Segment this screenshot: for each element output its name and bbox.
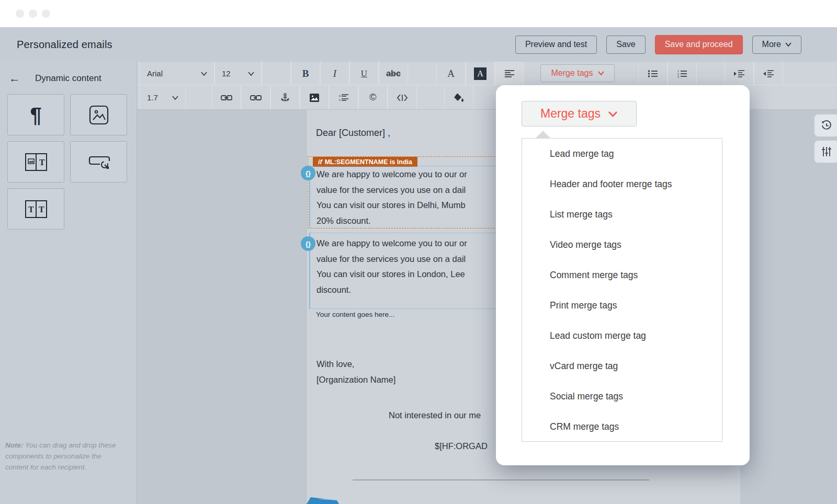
sliders-icon: [821, 146, 832, 157]
paragraph-icon: ¶: [30, 105, 41, 125]
outdent-icon: [763, 70, 774, 78]
image-text-component-card[interactable]: T: [7, 141, 64, 182]
dropdown-pointer: [535, 131, 551, 139]
insert-link-button[interactable]: [212, 86, 241, 109]
definition-list-icon: ab: [339, 94, 348, 102]
dynamic-content-sidebar: ← Dynamic content ¶ T T: [0, 62, 137, 504]
button-component-card[interactable]: [70, 141, 127, 182]
merge-variable-badge[interactable]: {}: [301, 166, 315, 180]
merge-tags-spotlight-popup: Merge tags Lead merge tag Header and foo…: [496, 85, 750, 465]
settings-sliders-button[interactable]: [814, 140, 837, 163]
condition-if-label: if: [318, 158, 322, 166]
copyright-symbol-button[interactable]: ©: [358, 86, 388, 109]
svg-text:a: a: [339, 94, 341, 97]
bullet-list-icon: [648, 70, 658, 78]
menu-item-social-merge-tags[interactable]: Social merge tags: [522, 382, 722, 412]
menu-item-lead-merge-tag[interactable]: Lead merge tag: [522, 139, 722, 169]
outdent-button[interactable]: [754, 62, 783, 85]
save-button[interactable]: Save: [606, 36, 645, 54]
page-title: Personalized emails: [17, 27, 112, 62]
toolbar-spacer: [262, 62, 291, 85]
line-height-select[interactable]: 1.7: [140, 86, 186, 109]
italic-button[interactable]: I: [320, 62, 349, 85]
menu-item-comment-merge-tags[interactable]: Comment merge tags: [522, 260, 722, 290]
email-greeting[interactable]: Dear [Customer] ,: [316, 125, 390, 141]
text-text-icon: T T: [25, 200, 47, 218]
image-icon: [88, 105, 109, 125]
svg-text:T: T: [39, 158, 45, 167]
chevron-down-icon: [608, 111, 618, 117]
link-icon: [221, 94, 232, 101]
insert-image-button[interactable]: [300, 86, 329, 109]
align-left-button[interactable]: [495, 62, 524, 85]
svg-text:3: 3: [677, 75, 679, 78]
chevron-down-icon: [248, 72, 254, 76]
font-size-select[interactable]: 12: [214, 62, 262, 85]
merge-tags-dropdown: Lead merge tag Header and footer merge t…: [522, 138, 722, 442]
footer-graphic: [307, 496, 343, 504]
menu-item-lead-custom-merge-tag[interactable]: Lead custom merge tag: [522, 321, 722, 351]
chevron-down-icon: [201, 72, 207, 76]
image-component-card[interactable]: [70, 94, 127, 135]
app-header: Personalized emails Preview and test Sav…: [0, 27, 837, 62]
svg-text:T: T: [28, 205, 34, 214]
bullet-list-button[interactable]: [638, 62, 668, 85]
code-icon: [397, 94, 408, 101]
preview-and-test-button[interactable]: Preview and test: [515, 36, 597, 54]
email-signoff[interactable]: With love, [Organization Name]: [316, 357, 395, 387]
svg-text:T: T: [39, 205, 44, 214]
indent-icon: [734, 70, 744, 78]
email-divider: [353, 479, 649, 480]
sidebar-header: ← Dynamic content: [0, 69, 137, 88]
more-button[interactable]: More: [752, 36, 801, 54]
window-dot-icon: [16, 9, 24, 18]
font-color-button[interactable]: A: [436, 62, 466, 85]
merge-variable-badge[interactable]: {}: [301, 236, 315, 251]
history-button[interactable]: [814, 114, 837, 137]
menu-item-crm-merge-tags[interactable]: CRM merge tags: [522, 412, 722, 442]
back-arrow-icon[interactable]: ←: [9, 73, 20, 84]
highlight-color-button[interactable]: A: [466, 62, 495, 85]
image-text-icon: T: [25, 153, 47, 171]
chevron-down-icon: [598, 71, 604, 75]
sidebar-note: Note: You can drag and drop these compon…: [5, 440, 125, 473]
window-dot-icon: [29, 9, 37, 18]
save-and-proceed-button[interactable]: Save and proceed: [655, 35, 743, 54]
paragraph-component-card[interactable]: ¶: [7, 94, 64, 135]
indent-button[interactable]: [725, 62, 754, 85]
fill-color-icon: [454, 93, 464, 102]
merge-tags-button[interactable]: Merge tags: [522, 101, 637, 127]
menu-item-print-merge-tags[interactable]: Print merge tags: [522, 290, 722, 320]
condition-text: ML:SEGMENTNAME is India: [325, 158, 412, 166]
anchor-icon: [281, 93, 289, 102]
footer-merge-tag: $[HF:ORGAD: [435, 439, 488, 454]
underline-button[interactable]: U: [349, 62, 379, 85]
menu-item-header-footer-merge-tags[interactable]: Header and footer merge tags: [522, 169, 722, 199]
menu-item-video-merge-tags[interactable]: Video merge tags: [522, 230, 722, 260]
bold-button[interactable]: B: [291, 62, 320, 85]
header-actions: Preview and test Save Save and proceed M…: [515, 27, 801, 62]
text-text-component-card[interactable]: T T: [7, 188, 64, 230]
anchor-button[interactable]: [270, 86, 300, 109]
chevron-down-icon: [785, 42, 791, 47]
font-family-select[interactable]: Arial: [140, 62, 214, 85]
align-left-icon: [505, 70, 514, 78]
strikethrough-button[interactable]: abc: [379, 62, 408, 85]
history-icon: [821, 120, 832, 131]
remove-link-button[interactable]: [241, 86, 270, 109]
content-placeholder[interactable]: Your content goes here...: [316, 311, 394, 318]
merge-tags-toolbar-button[interactable]: Merge tags: [540, 64, 615, 82]
menu-item-list-merge-tags[interactable]: List merge tags: [522, 199, 722, 230]
menu-item-vcard-merge-tag[interactable]: vCard merge tag: [522, 351, 722, 382]
fill-color-button[interactable]: [444, 86, 473, 109]
button-click-icon: [87, 154, 110, 170]
source-code-button[interactable]: [388, 86, 417, 109]
unsubscribe-text[interactable]: Not interested in our me: [389, 408, 481, 423]
numbered-list-icon: 123: [677, 70, 687, 78]
sidebar-title: Dynamic content: [35, 73, 101, 84]
image-icon: [310, 94, 319, 102]
numbered-list-button[interactable]: 123: [668, 62, 697, 85]
note-label: Note:: [5, 441, 24, 449]
definition-list-button[interactable]: ab: [329, 86, 358, 109]
highlight-color-icon: A: [474, 67, 487, 80]
